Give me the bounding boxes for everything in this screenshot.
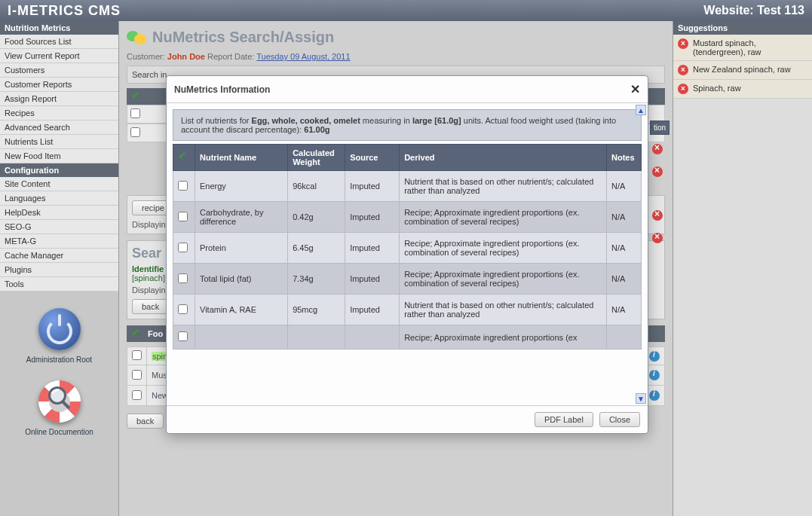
modal-intro: List of nutrients for Egg, whole, cooked… <box>173 109 642 141</box>
table-row: Energy96kcalImputedNutrient that is base… <box>173 171 642 202</box>
nutrient-name: Vitamin A, RAE <box>195 295 288 325</box>
nutrient-notes: N/A <box>607 295 642 325</box>
nutrient-source: Imputed <box>345 171 400 202</box>
nutrient-calc: 7.34g <box>288 264 345 295</box>
table-row: Protein6.45gImputedRecipe; Approximate i… <box>173 233 642 264</box>
nutrient-notes: N/A <box>607 264 642 295</box>
nutrient-notes: N/A <box>607 202 642 233</box>
nutrient-derived: Recipe; Approximate ingredient proportio… <box>400 264 607 295</box>
row-checkbox[interactable] <box>178 331 188 341</box>
nutrient-calc: 96kcal <box>288 171 345 202</box>
nutrient-name: Energy <box>195 171 288 202</box>
pdf-label-button[interactable]: PDF Label <box>535 412 593 427</box>
nutrient-calc: 0.42g <box>288 202 345 233</box>
close-button[interactable]: Close <box>599 412 640 427</box>
table-row: Carbohydrate, by difference0.42gImputedR… <box>173 202 642 233</box>
nutrient-derived: Recipe; Approximate ingredient proportio… <box>400 325 607 350</box>
modal-title: NuMetrics Information <box>174 84 270 95</box>
row-checkbox[interactable] <box>178 181 188 191</box>
nutrient-name: Protein <box>195 233 288 264</box>
col-derived[interactable]: Derived <box>400 145 607 171</box>
modal-overlay: NuMetrics Information ✕ ▲ List of nutrie… <box>0 0 812 516</box>
scroll-up-icon[interactable]: ▲ <box>636 105 646 115</box>
row-checkbox[interactable] <box>178 304 188 314</box>
check-icon <box>178 151 190 163</box>
nutrient-derived: Recipe; Approximate ingredient proportio… <box>400 233 607 264</box>
table-row: Total lipid (fat)7.34gImputedRecipe; App… <box>173 264 642 295</box>
row-checkbox[interactable] <box>178 273 188 283</box>
nutrient-derived: Nutrient that is based on other nutrient… <box>400 295 607 325</box>
nutrient-source: Imputed <box>345 264 400 295</box>
col-calculated-weight[interactable]: Calculated Weight <box>288 145 345 171</box>
scroll-down-icon[interactable]: ▼ <box>636 393 646 404</box>
table-row: Vitamin A, RAE95mcgImputedNutrient that … <box>173 295 642 325</box>
nutrient-source: Imputed <box>345 233 400 264</box>
nutrient-derived: Nutrient that is based on other nutrient… <box>400 171 607 202</box>
nutrient-source: Imputed <box>345 202 400 233</box>
nutrients-table: Nutrient Name Calculated Weight Source D… <box>173 144 642 350</box>
nutrient-source: Imputed <box>345 295 400 325</box>
nutrient-name: Carbohydrate, by difference <box>195 202 288 233</box>
nutrient-name: Total lipid (fat) <box>195 264 288 295</box>
nutrient-derived: Recipe; Approximate ingredient proportio… <box>400 202 607 233</box>
row-checkbox[interactable] <box>178 212 188 221</box>
col-notes[interactable]: Notes <box>607 145 642 171</box>
nutrient-notes: N/A <box>607 233 642 264</box>
nutrient-calc: 6.45g <box>288 233 345 264</box>
col-source[interactable]: Source <box>345 145 400 171</box>
nutrient-notes: N/A <box>607 171 642 202</box>
modal-close-icon[interactable]: ✕ <box>630 82 640 96</box>
table-row: Recipe; Approximate ingredient proportio… <box>173 325 642 350</box>
row-checkbox[interactable] <box>178 243 188 252</box>
nutrient-calc: 95mcg <box>288 295 345 325</box>
numetrics-info-modal: NuMetrics Information ✕ ▲ List of nutrie… <box>166 75 648 434</box>
col-nutrient-name[interactable]: Nutrient Name <box>195 145 288 171</box>
